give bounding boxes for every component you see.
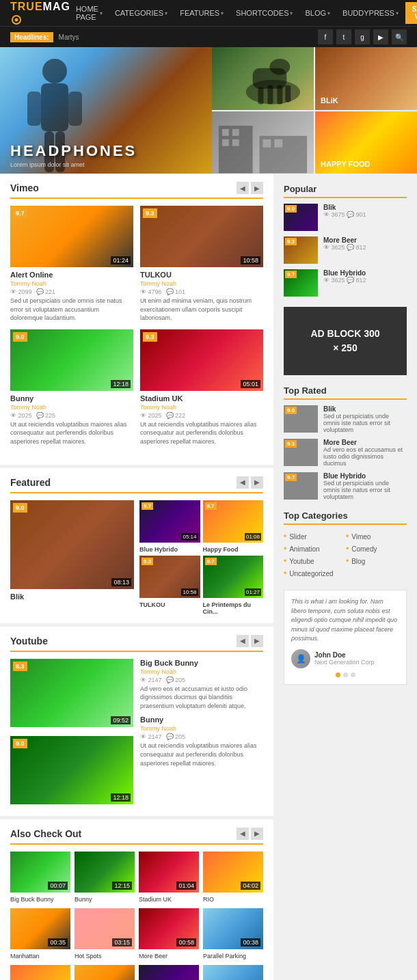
checkout-2-2[interactable]: 03:15 Hot Spots [75,908,135,959]
checkout-1-4[interactable]: 04:02 RIO [203,852,263,903]
hero-cell-food-label: HAPPY FOOD [321,160,371,168]
social-gplus[interactable]: g [355,29,370,44]
featured-next-arrow[interactable]: ▶ [251,476,263,489]
categories-col2: •Vimeo •Comedy •Blog [346,530,407,580]
featured-main-bg [10,500,134,589]
vimeo-views-4: 👁 2025 [140,412,162,419]
sidebar: Popular 9.0 Blik 👁 3675 💬 901 9.3 More B… [273,174,417,980]
social-youtube[interactable]: ▶ [373,29,388,44]
nav-buddypress[interactable]: BUDDYPRESS ▾ [337,0,404,26]
top-rated-desc-1: Sed ut perspiciatis unde omnis iste natu… [323,413,407,433]
also-check-next-arrow[interactable]: ▶ [251,828,263,840]
svg-point-0 [42,59,67,83]
nav-home[interactable]: HOME PAGE ▾ [70,0,108,26]
top-categories-title: Top Categories [284,511,407,525]
youtube-right-card-2[interactable]: Bunny Tommy Noah 👁 2147 💬 205 Ut aut rei… [140,716,263,767]
vimeo-prev-arrow[interactable]: ◀ [237,182,249,194]
vimeo-desc-2: Ut enim ad minima veniam, quis nostrum e… [140,297,263,323]
cat-blog[interactable]: •Blog [346,555,407,567]
cat-bullet-vimeo: • [346,532,349,541]
youtube-left-card-2[interactable]: 9.0 12:18 [10,736,133,808]
top-rated-item-3[interactable]: 9.7 Blue Hybrido Sed ut perspiciatis und… [284,472,407,500]
hero-cell-blik[interactable]: BLiK [315,47,417,110]
youtube-next-arrow[interactable]: ▶ [251,635,263,647]
hero-main-panel[interactable]: HEADPHONES Lorem ipsum dolor sit amet [0,47,212,174]
dot-1[interactable] [336,672,340,677]
vimeo-duration-4: 05:01 [241,380,260,388]
also-check-prev-arrow[interactable]: ◀ [237,828,249,840]
social-facebook[interactable]: f [318,29,333,44]
hero-cell-building[interactable] [212,111,314,174]
vimeo-video-1[interactable]: 9.7 01:24 Alert Online Tommy Noah 👁 2099… [10,206,133,323]
featured-sub-2[interactable]: 8.7 01:06 Happy Food [203,500,264,553]
vimeo-next-arrow[interactable]: ▶ [251,182,263,194]
checkout-title-2-1: Manhattan [10,953,70,959]
youtube-left-dur-1: 09:52 [111,716,131,724]
hero-cell-food[interactable]: HAPPY FOOD [315,111,417,174]
featured-sub-dur-2: 01:06 [245,533,261,541]
featured-main-video[interactable]: 9.0 08:13 Blik [10,500,134,615]
checkouts-row-3: 00:20 MTV 'Group Hug' 01:24 Alert Online… [10,965,263,980]
checkout-2-4[interactable]: 00:38 Parallel Parking [203,908,263,959]
popular-item-1[interactable]: 9.0 Blik 👁 3675 💬 901 [284,204,407,231]
vimeo-video-author-4: Tommy Noah [140,404,263,411]
youtube-right-card-1[interactable]: Big Buck Bunny Tommy Noah 👁 2147 💬 205 A… [140,659,263,711]
youtube-prev-arrow[interactable]: ◀ [237,635,249,647]
cat-animation[interactable]: •Animation [284,543,345,555]
checkout-3-3[interactable]: 05:00 G-STAR The Art of RAW [139,965,199,980]
nav-features[interactable]: FEATURES ▾ [174,0,229,26]
popular-item-2[interactable]: 9.3 More Beer 👁 3625 💬 812 [284,236,407,264]
nav-blog[interactable]: BLOG ▾ [299,0,336,26]
featured-sub-3[interactable]: 9.3 10:58 TULKOU [139,556,200,615]
top-rated-info-3: Blue Hybrido Sed ut perspiciatis unde om… [323,472,407,500]
top-rated-item-1[interactable]: 9.0 Blik Sed ut perspiciatis unde omnis … [284,405,407,433]
featured-sub-4[interactable]: 8.7 01:27 Le Printemps du Cin... [203,556,264,615]
vimeo-video-title-4: Stadium UK [140,394,263,403]
checkout-bg-3-3 [139,965,199,980]
content-area: Vimeo ◀ ▶ 9.7 01:24 Alert Online Tommy N… [0,174,273,980]
cat-link-blog: Blog [351,558,365,565]
hero-cell-horse[interactable] [212,47,314,110]
popular-item-3[interactable]: 9.7 Blue Hybrido 👁 3625 💬 812 [284,269,407,297]
cat-vimeo[interactable]: •Vimeo [346,530,407,543]
cat-link-uncategorized: Uncategorized [289,570,333,577]
vimeo-video-3[interactable]: 9.0 12:18 Bunny Tommy Noah 👁 2025 💬 225 … [10,329,133,446]
vimeo-duration-3: 12:18 [111,380,131,388]
logo: TRUEMAG [10,1,70,25]
top-rated-item-2[interactable]: 9.3 More Beer Ad vero eos et accusamus e… [284,439,407,467]
social-twitter[interactable]: t [336,29,351,44]
nav-shortcodes[interactable]: SHORTCODES ▾ [230,0,298,26]
featured-sub-grid: 9.7 05:14 Blue Hybrido 8.7 01:06 Happy F… [139,500,263,615]
vimeo-video-title-2: TULKOU [140,271,263,279]
youtube-left-card-1[interactable]: 8.3 09:52 [10,659,133,731]
checkout-dur-2-4: 00:38 [241,938,260,947]
checkout-2-1[interactable]: 00:35 Manhattan [10,908,70,959]
checkout-title-2-2: Hot Spots [75,953,135,959]
checkout-3-2[interactable]: 01:24 Alert Online [75,965,135,980]
vimeo-video-4[interactable]: 9.3 05:01 Stadium UK Tommy Noah 👁 2025 💬… [140,329,263,446]
cat-slider[interactable]: •Slider [284,530,345,543]
popular-score-3: 9.7 [285,271,297,278]
featured-sub-dur-3: 10:58 [181,588,198,596]
checkout-2-3[interactable]: 00:58 More Beer [139,908,199,959]
cat-uncategorized[interactable]: •Uncategorized [284,567,345,580]
cat-youtube[interactable]: •Youtube [284,555,345,567]
search-icon[interactable]: 🔍 [392,29,407,44]
featured-prev-arrow[interactable]: ◀ [237,476,249,489]
author-name: John Doe [314,651,375,659]
dot-3[interactable] [351,672,355,677]
youtube-nav-arrows: ◀ ▶ [237,635,263,647]
dot-2[interactable] [343,672,348,677]
youtube-grid: 8.3 09:52 9.0 12:18 Big Buck B [10,659,263,808]
checkout-1-2[interactable]: 12:15 Bunny [75,852,135,903]
nav-categories[interactable]: CATEGORIES ▾ [109,0,173,26]
vimeo-video-2[interactable]: 9.3 10:58 TULKOU Tommy Noah 👁 4796 💬 101… [140,206,263,323]
main-nav: HOME PAGE ▾ CATEGORIES ▾ FEATURES ▾ SHOR… [70,0,417,26]
checkout-3-1[interactable]: 00:20 MTV 'Group Hug' [10,965,70,980]
submit-video-button[interactable]: SUBMIT VIDEO [405,2,417,24]
checkout-3-4[interactable]: 08:42 ELECTROSHOCK – ES... [203,965,263,980]
checkout-1-3[interactable]: 01:04 Stadium UK [139,852,199,903]
checkout-1-1[interactable]: 00:07 Big Buck Bunny [10,852,70,903]
featured-sub-1[interactable]: 9.7 05:14 Blue Hybrido [139,500,200,553]
cat-comedy[interactable]: •Comedy [346,543,407,555]
